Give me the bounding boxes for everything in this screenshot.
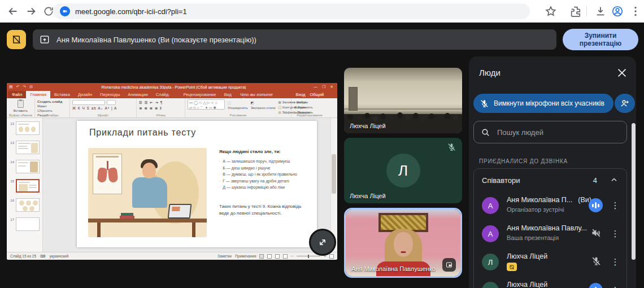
arrange-button[interactable]: ⬚Упорядочить <box>228 99 248 113</box>
expand-presentation-button[interactable] <box>309 229 336 256</box>
zoom-out-button[interactable]: − <box>291 254 293 258</box>
font-name-box[interactable] <box>72 100 105 105</box>
slide-thumbnail-14[interactable]: 14 <box>8 160 42 173</box>
address-bar[interactable]: meet.google.com/qbr-icii-cdi?pli=1 <box>53 3 530 19</box>
tell-me-box[interactable]: Что вы хотите сделать? <box>236 91 293 98</box>
video-tile-classroom[interactable]: Люхча Ліцей <box>344 68 462 133</box>
panel-scrollbar[interactable] <box>632 123 636 260</box>
slideshow-view-button[interactable] <box>283 254 288 259</box>
tab-animations[interactable]: Анимации <box>124 91 151 98</box>
notes-toggle[interactable]: Заметки <box>217 254 232 258</box>
presentation-warning-button[interactable] <box>7 30 26 49</box>
align-buttons[interactable]: ≣ ≣ ≣ ≣ ⫴ <box>139 106 182 111</box>
comments-toggle[interactable]: Примечания <box>235 254 256 258</box>
ppt-sign-in[interactable]: Вход <box>295 92 305 98</box>
language-indicator[interactable]: украинский <box>49 254 68 258</box>
slide-canvas: Приклади питань тесту Якщо людині стало … <box>43 118 337 252</box>
thumb-number: 15 <box>8 179 14 183</box>
tab-view[interactable]: Вид <box>220 91 236 98</box>
url-text[interactable]: meet.google.com/qbr-icii-cdi?pli=1 <box>75 7 187 16</box>
ppt-title-bar: ▤ ↶ ↷ ⊟ Rivnenska medichna akademiya 30p… <box>7 83 337 91</box>
replace-button[interactable]: ⇄ Заменить <box>294 105 325 110</box>
chevron-up-icon[interactable] <box>610 176 619 185</box>
search-input[interactable] <box>496 128 620 137</box>
presenting-status-bar: Аня Миколаївна Павлушенко (Ви (показуєте… <box>33 29 556 50</box>
tab-design[interactable]: Дизайн <box>74 91 96 98</box>
mute-all-button[interactable]: Вимкнути мікрофони всіх учасників <box>473 94 613 113</box>
shared-powerpoint-window: ▤ ↶ ↷ ⊟ Rivnenska medichna akademiya 30p… <box>7 83 337 260</box>
reload-icon[interactable] <box>43 6 54 17</box>
tab-home[interactable]: Главная <box>26 91 50 98</box>
paste-icon[interactable] <box>18 100 24 108</box>
picture-in-picture-icon[interactable] <box>442 258 456 272</box>
zoom-slider[interactable] <box>297 256 320 256</box>
ppt-quick-access-toolbar[interactable]: ▤ ↶ ↷ ⊟ <box>9 85 34 89</box>
participant-menu-icon[interactable]: ⋮ <box>610 227 621 241</box>
reset-button[interactable]: Сбросить <box>37 108 67 113</box>
fit-to-window-button[interactable] <box>329 254 334 259</box>
tab-file[interactable]: Файл <box>8 91 26 98</box>
participant-row: А Аня Миколаївна П...(Ви) Організатор зу… <box>474 191 626 220</box>
ribbon-group-font: Ж К Ч S ab A᙮ Aᵃ | A Шрифт <box>70 98 137 117</box>
slide-sorter-view-button[interactable] <box>267 254 272 259</box>
stop-presentation-button[interactable]: Зупинити презентацію <box>563 29 638 50</box>
list-buttons[interactable]: ☰ ☰ ⇤ ⇥ ¶ <box>139 101 182 105</box>
bookmark-star-icon[interactable] <box>545 5 557 18</box>
video-tile-speaker[interactable]: Аня Миколаївна Павлушенко <box>344 208 462 278</box>
participant-initial-avatar: Л <box>386 154 420 187</box>
participant-role: Організатор зустрічі <box>507 206 564 213</box>
font-size-box[interactable] <box>107 100 116 105</box>
forward-icon[interactable] <box>25 5 37 18</box>
avatar: А <box>482 197 499 214</box>
avatar: А <box>482 225 499 242</box>
participant-menu-icon[interactable]: ⋮ <box>610 255 621 269</box>
no-presentation-badge-icon <box>507 263 517 271</box>
extensions-icon[interactable] <box>569 5 582 18</box>
reading-view-button[interactable] <box>275 254 280 259</box>
back-icon[interactable] <box>7 5 19 18</box>
profile-avatar-icon[interactable] <box>611 5 624 18</box>
find-button[interactable]: ⌕ Найти <box>294 100 325 105</box>
quick-styles-button[interactable]: ◩Экспресс-стили <box>251 99 276 113</box>
ppt-window-controls[interactable]: — ❐ ✕ <box>314 85 335 89</box>
slide-thumbnail-16[interactable]: 16 <box>8 198 42 212</box>
download-icon[interactable] <box>594 5 607 18</box>
add-people-button[interactable] <box>615 94 635 113</box>
slide-thumbnail-15-selected[interactable]: 15 <box>8 179 42 193</box>
toolbar-divider <box>586 6 587 16</box>
slide-counter: Слайд 15 из 25 <box>10 254 36 258</box>
layout-button[interactable]: Макет <box>37 104 67 108</box>
present-screen-icon <box>40 34 50 45</box>
slide-bullet-list: А — залишаєшся поруч, підтримуєш Б — діє… <box>219 158 312 191</box>
current-slide: Приклади питань тесту Якщо людині стало … <box>77 121 317 247</box>
paste-label[interactable]: Вставить <box>9 108 32 113</box>
font-format-buttons[interactable]: Ж К Ч S ab A᙮ Aᵃ | A <box>72 106 134 111</box>
close-icon[interactable] <box>616 67 628 79</box>
slide-thumbnail-12[interactable]: 12 <box>8 121 42 135</box>
slide-illustration <box>88 148 207 237</box>
participant-name: Люхча Ліцей <box>507 252 547 260</box>
contributors-group-header[interactable]: Співавтори 4 <box>474 169 626 191</box>
meet-favicon <box>60 6 70 16</box>
normal-view-button[interactable] <box>259 254 264 259</box>
search-people-field[interactable] <box>473 121 627 143</box>
joined-section-label: ПРИЄДНАЛИСЯ ДО ДЗВІНКА <box>479 158 568 164</box>
ribbon-group-editing: ⌕ Найти ⇄ Заменить ▷ Выделить Редактиров… <box>291 98 328 117</box>
video-tile-camera-off[interactable]: Л Люхча Ліцей <box>344 138 462 203</box>
tab-review[interactable]: Рецензирование <box>179 91 220 98</box>
ppt-share-button[interactable]: Общий доступ <box>310 92 334 98</box>
shape-gallery[interactable]: ▭ ◯ ⬭ △ ▷ ☆ ⌂▱ ◇ ○ ⌒ ✦ ⇨ ❖ <box>188 99 225 110</box>
slide-thumbnail-17[interactable]: 17 <box>8 217 42 231</box>
tab-transitions[interactable]: Переходы <box>96 91 124 98</box>
tab-insert[interactable]: Вставка <box>50 91 74 98</box>
participant-menu-icon[interactable]: ⋮ <box>610 199 621 212</box>
browser-menu-icon[interactable] <box>629 5 642 18</box>
tab-slideshow[interactable]: Слайд-шоу <box>152 91 180 98</box>
slide-thumbnail-13[interactable]: 13 <box>8 141 42 154</box>
lungs-poster <box>93 154 122 194</box>
participant-name: Аня Миколаївна П... <box>507 196 572 204</box>
participant-menu-icon[interactable]: ⋮ <box>610 283 621 288</box>
people-panel: Люди Вимкнути мікрофони всіх учасників П… <box>469 56 636 288</box>
new-slide-button[interactable]: Создать слайд <box>37 99 67 104</box>
participant-row: Л Люхча Ліцей ⋮ <box>474 276 626 288</box>
